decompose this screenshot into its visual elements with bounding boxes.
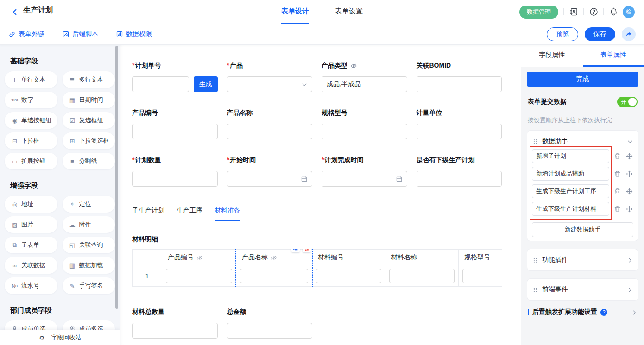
field-total-amount[interactable]: 总金额 [227, 308, 313, 339]
data-assistant-header[interactable]: 数据助手 [532, 134, 633, 148]
chevron-right-icon[interactable] [631, 308, 638, 316]
field-item-related-data[interactable]: ∞关联数据 [5, 257, 57, 274]
assistant-item-label[interactable]: 生成下级生产计划材料 [532, 202, 609, 216]
frontend-events-card[interactable]: 前端事件 [527, 278, 638, 301]
field-item-subform[interactable]: ⧉子表单 [5, 237, 57, 253]
chevron-right-icon[interactable] [627, 286, 633, 293]
column-header-product-name[interactable]: 产品名称 [236, 250, 312, 265]
field-item-related-query[interactable]: ◱关联查询 [63, 237, 115, 253]
tab-form-settings[interactable]: 表单设置 [335, 0, 363, 24]
finish-time-input[interactable] [322, 171, 407, 187]
back-button[interactable] [9, 6, 20, 18]
field-item-checkbox-group[interactable]: ☑复选框组 [63, 112, 115, 129]
field-item-location[interactable]: ⌖定位 [63, 196, 115, 213]
drag-handle-icon[interactable] [532, 286, 538, 293]
table-material-name-input[interactable] [389, 269, 455, 283]
assistant-item-label[interactable]: 新增计划成品辅助 [532, 167, 609, 181]
data-permission-link[interactable]: 数据权限 [116, 30, 152, 38]
table-product-name-input[interactable] [240, 269, 308, 283]
field-item-extend-button[interactable]: ▭扩展按钮 [5, 153, 57, 169]
avatar[interactable]: 检 [623, 6, 635, 18]
field-item-serial-number[interactable]: №流水号 [5, 277, 57, 294]
share-button[interactable] [622, 27, 636, 41]
chevron-down-icon[interactable] [627, 138, 633, 145]
notification-bell-icon[interactable] [609, 7, 618, 17]
field-item-address[interactable]: ◎地址 [5, 196, 57, 213]
field-plan-quantity[interactable]: *计划数量 [132, 156, 218, 187]
field-plan-number[interactable]: *计划单号 生成 [132, 62, 218, 92]
plan-quantity-input[interactable] [132, 171, 218, 187]
delete-assistant-icon[interactable] [613, 169, 621, 178]
total-amount-input[interactable] [227, 323, 313, 339]
product-type-input[interactable] [322, 76, 407, 92]
field-item-select[interactable]: ⊟下拉框 [5, 132, 57, 149]
move-assistant-icon[interactable] [625, 187, 633, 195]
start-time-input[interactable] [227, 171, 313, 187]
table-material-code-input[interactable] [316, 269, 381, 283]
column-header-material-code[interactable]: 材料编号 [312, 250, 385, 265]
table-spec-model-input[interactable] [462, 269, 502, 283]
field-item-attachment[interactable]: ☁附件 [63, 216, 115, 233]
field-spec-model[interactable]: 规格型号 [322, 109, 407, 139]
tab-material-preparation[interactable]: 材料准备 [215, 207, 240, 221]
backend-script-link[interactable]: 后端脚本 [62, 30, 98, 38]
plan-number-input[interactable] [132, 76, 189, 92]
field-start-time[interactable]: *开始时间 [227, 156, 313, 187]
table-product-code-input[interactable] [166, 269, 232, 283]
spec-model-input[interactable] [322, 124, 407, 139]
preview-button[interactable]: 预览 [547, 27, 578, 41]
field-item-signature[interactable]: ✎手写签名 [63, 277, 115, 294]
field-unit[interactable]: 计量单位 [417, 109, 502, 139]
field-item-radio-group[interactable]: ◉单选按钮组 [5, 112, 57, 129]
has-sub-plan-input[interactable] [417, 171, 502, 187]
column-header-material-name[interactable]: 材料名称 [385, 250, 458, 265]
product-name-input[interactable] [227, 124, 313, 139]
field-item-image[interactable]: ▨图片 [5, 216, 57, 233]
field-item-data-load[interactable]: ▥数据加载 [63, 257, 115, 274]
complete-button[interactable]: 完成 [527, 72, 638, 87]
tab-form-design[interactable]: 表单设计 [281, 0, 309, 24]
field-product-code[interactable]: 产品编号 [132, 109, 218, 139]
save-button[interactable]: 保存 [585, 27, 615, 41]
field-item-divider[interactable]: ≡分割线 [63, 153, 115, 169]
move-assistant-icon[interactable] [625, 205, 633, 213]
field-item-single-line-text[interactable]: T单行文本 [5, 71, 57, 88]
post-trigger-settings[interactable]: 后置触发扩展功能设置 ? [528, 308, 638, 316]
material-total-qty-input[interactable] [132, 323, 218, 339]
field-product-name[interactable]: 产品名称 [227, 109, 313, 139]
column-header-product-code[interactable]: 产品编号 [162, 250, 236, 265]
data-manage-button[interactable]: 数据管理 [519, 6, 558, 19]
generate-button[interactable]: 生成 [194, 76, 218, 92]
field-item-number[interactable]: 123数字 [5, 92, 57, 108]
delete-column-icon[interactable] [303, 249, 311, 252]
new-data-assistant-button[interactable]: 新建数据助手 [532, 222, 633, 237]
delete-assistant-icon[interactable] [613, 187, 621, 195]
unit-input[interactable] [417, 124, 502, 139]
tab-sub-production-plan[interactable]: 子生产计划 [132, 207, 164, 221]
tab-form-properties[interactable]: 表单属性 [583, 45, 644, 67]
field-item-datetime[interactable]: ▦日期时间 [63, 92, 115, 108]
field-material-total-qty[interactable]: 材料总数量 [132, 308, 218, 339]
move-assistant-icon[interactable] [625, 152, 633, 160]
tab-production-process[interactable]: 生产工序 [177, 207, 202, 221]
field-item-multi-select[interactable]: ⊞下拉复选框 [63, 132, 115, 149]
field-bom-id[interactable]: 关联BOMID [417, 62, 502, 92]
field-finish-time[interactable]: *计划完成时间 [322, 156, 407, 187]
delete-assistant-icon[interactable] [613, 205, 621, 213]
copy-column-icon[interactable] [291, 249, 300, 252]
field-has-sub-plan[interactable]: 是否有下级生产计划 [417, 156, 502, 187]
sidebar-scrollbar[interactable] [115, 46, 118, 309]
function-plugins-card[interactable]: 功能插件 [527, 249, 638, 271]
product-code-input[interactable] [132, 124, 218, 139]
form-external-link[interactable]: 表单外链 [8, 30, 44, 38]
contact-book-icon[interactable] [569, 7, 578, 17]
move-assistant-icon[interactable] [625, 169, 633, 178]
assistant-item-label[interactable]: 新增子计划 [532, 149, 609, 163]
help-icon[interactable] [589, 7, 598, 17]
submit-data-toggle[interactable]: 开 [617, 97, 638, 107]
bom-id-input[interactable] [417, 76, 502, 92]
help-question-icon[interactable]: ? [600, 309, 607, 316]
column-header-spec-model[interactable]: 规格型号 [459, 250, 502, 265]
field-product-type[interactable]: 产品类型 [322, 62, 407, 92]
field-item-multi-line-text[interactable]: ≣多行文本 [63, 71, 115, 88]
